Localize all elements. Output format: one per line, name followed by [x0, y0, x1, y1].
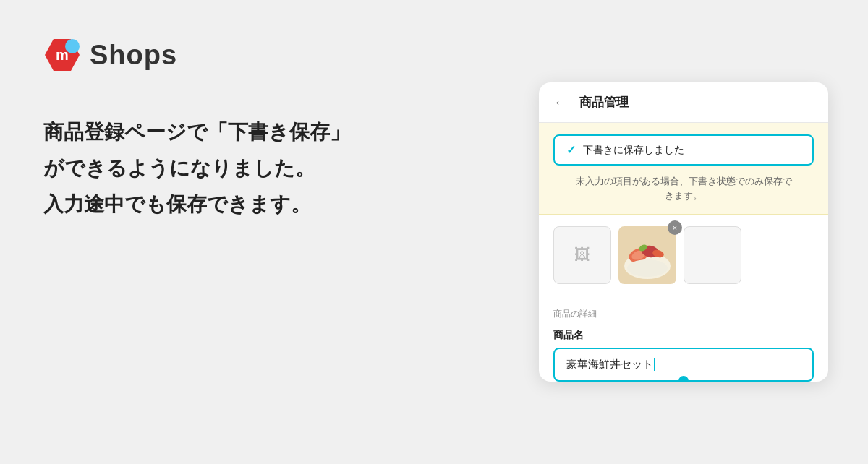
main-text-line2: ができるようになりました。 — [43, 153, 470, 184]
phone-screen: ← 商品管理 ✓ 下書きに保存しました 未入力の項目がある場合、下書き状態でのみ… — [539, 82, 828, 382]
image-placeholder[interactable]: 🖼 — [553, 226, 611, 284]
notice-area: ✓ 下書きに保存しました 未入力の項目がある場合、下書き状態でのみ保存できます。 — [539, 123, 828, 215]
svg-point-2 — [65, 39, 80, 53]
screen-header: ← 商品管理 — [539, 82, 828, 123]
details-section: 商品の詳細 商品名 豪華海鮮丼セット — [539, 296, 828, 382]
screen-title: 商品管理 — [579, 94, 629, 111]
saved-text: 下書きに保存しました — [583, 144, 684, 157]
main-text-line3: 入力途中でも保存できます。 — [43, 189, 470, 220]
image-area: 🖼 — [539, 215, 828, 296]
image-placeholder-icon: 🖼 — [574, 246, 590, 265]
product-name-input[interactable]: 豪華海鮮丼セット — [553, 348, 814, 382]
check-icon: ✓ — [566, 143, 576, 157]
main-description: 商品登録ページで「下書き保存」 ができるようになりました。 入力途中でも保存でき… — [43, 117, 470, 220]
text-cursor — [654, 358, 655, 371]
back-button[interactable]: ← — [553, 94, 568, 111]
product-name-label: 商品名 — [553, 329, 814, 342]
section-label: 商品の詳細 — [553, 308, 814, 320]
uploaded-image-container: × — [618, 226, 676, 284]
product-name-value: 豪華海鮮丼セット — [566, 358, 653, 371]
image-placeholder-2[interactable] — [684, 226, 741, 284]
uploaded-food-image — [618, 226, 676, 284]
svg-point-10 — [627, 259, 668, 277]
logo-area: m Shops — [43, 36, 470, 74]
shops-logo-icon: m — [43, 36, 81, 74]
image-close-button[interactable]: × — [668, 220, 682, 235]
saved-notice-box: ✓ 下書きに保存しました — [553, 134, 814, 166]
right-panel: ← 商品管理 ✓ 下書きに保存しました 未入力の項目がある場合、下書き状態でのみ… — [514, 0, 868, 464]
left-panel: m Shops 商品登録ページで「下書き保存」 ができるようになりました。 入力… — [0, 0, 514, 464]
logo-text: Shops — [90, 40, 177, 71]
cursor-handle[interactable] — [678, 376, 689, 382]
main-text-line1: 商品登録ページで「下書き保存」 — [43, 117, 470, 147]
notice-sub-text: 未入力の項目がある場合、下書き状態でのみ保存できます。 — [553, 174, 814, 202]
